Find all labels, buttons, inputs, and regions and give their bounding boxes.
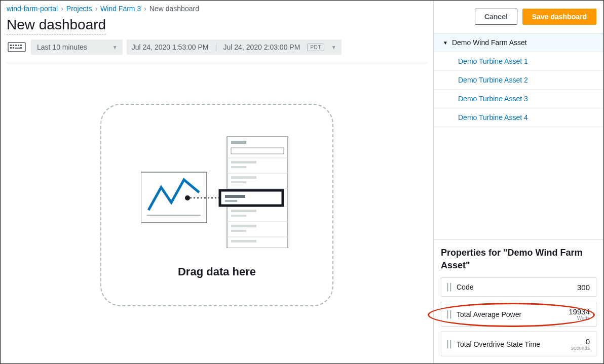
property-row[interactable]: ┃┃ Code 300 — [441, 277, 596, 297]
breadcrumb: wind-farm-portal › Projects › Wind Farm … — [7, 3, 427, 17]
time-start: Jul 24, 2020 1:53:00 PM — [132, 43, 209, 51]
svg-rect-3 — [15, 45, 17, 46]
svg-rect-21 — [231, 176, 256, 179]
svg-rect-4 — [18, 45, 19, 46]
property-name: Code — [457, 283, 572, 291]
svg-rect-1 — [10, 45, 12, 46]
asset-tree-child[interactable]: Demo Turbine Asset 1 — [434, 52, 603, 71]
property-value: 300 — [577, 283, 590, 292]
svg-rect-23 — [231, 210, 256, 212]
drag-handle-icon[interactable]: ┃┃ — [445, 343, 451, 346]
breadcrumb-link-portal[interactable]: wind-farm-portal — [7, 5, 58, 13]
asset-tree-child[interactable]: Demo Turbine Asset 2 — [434, 71, 603, 90]
breadcrumb-link-windfarm[interactable]: Wind Farm 3 — [100, 5, 141, 13]
keyboard-icon[interactable] — [7, 41, 27, 53]
svg-rect-12 — [231, 148, 284, 154]
svg-rect-20 — [231, 166, 246, 168]
svg-rect-25 — [231, 225, 256, 227]
svg-rect-24 — [231, 215, 246, 217]
svg-rect-8 — [20, 47, 22, 49]
svg-rect-27 — [231, 240, 256, 242]
divider — [216, 43, 216, 52]
svg-rect-5 — [20, 45, 22, 46]
breadcrumb-current: New dashboard — [149, 5, 199, 13]
caret-down-icon: ▼ — [331, 45, 336, 50]
property-row[interactable]: ┃┃ Total Overdrive State Time 0 seconds — [441, 332, 596, 356]
svg-point-33 — [185, 195, 190, 200]
svg-rect-9 — [15, 48, 20, 49]
save-dashboard-button[interactable]: Save dashboard — [522, 9, 596, 25]
asset-tree-child[interactable]: Demo Turbine Asset 4 — [434, 108, 603, 127]
property-name: Total Average Power — [457, 310, 563, 318]
property-unit: Watts — [569, 315, 590, 321]
svg-rect-19 — [231, 161, 256, 164]
svg-rect-11 — [231, 141, 246, 144]
properties-list: ┃┃ Code 300 ┃┃ Total Average Power 19934… — [434, 277, 603, 363]
dropzone-text: Drag data here — [178, 265, 256, 278]
time-range-label: Last 10 minutes — [37, 43, 87, 51]
asset-parent-label: Demo Wind Farm Asset — [452, 38, 527, 47]
property-name: Total Overdrive State Time — [457, 340, 566, 348]
property-value: 19934 — [569, 307, 590, 316]
property-row[interactable]: ┃┃ Total Average Power 19934 Watts — [441, 302, 596, 327]
time-range-selector[interactable]: Last 10 minutes ▼ — [31, 39, 123, 55]
property-unit: seconds — [571, 345, 590, 351]
page-title[interactable]: New dashboard — [7, 17, 106, 34]
time-range-dates[interactable]: Jul 24, 2020 1:53:00 PM Jul 24, 2020 2:0… — [127, 39, 342, 55]
svg-rect-22 — [231, 181, 246, 183]
chevron-right-icon: › — [144, 5, 146, 13]
chevron-right-icon: › — [95, 5, 97, 13]
properties-heading: Properties for "Demo Wind Farm Asset" — [434, 239, 603, 277]
time-end: Jul 24, 2020 2:03:00 PM — [223, 43, 300, 51]
triangle-down-icon: ▼ — [443, 40, 448, 46]
dashboard-dropzone[interactable]: Drag data here — [100, 104, 333, 306]
svg-rect-26 — [231, 230, 246, 232]
asset-tree-parent[interactable]: ▼ Demo Wind Farm Asset — [434, 33, 603, 52]
svg-rect-2 — [13, 45, 14, 46]
property-value: 0 — [586, 337, 590, 346]
svg-rect-30 — [225, 200, 237, 202]
asset-tree: ▼ Demo Wind Farm Asset Demo Turbine Asse… — [434, 33, 603, 127]
svg-rect-7 — [13, 47, 14, 49]
asset-tree-child[interactable]: Demo Turbine Asset 3 — [434, 90, 603, 108]
drag-handle-icon[interactable]: ┃┃ — [445, 313, 451, 316]
svg-rect-6 — [10, 47, 12, 49]
drag-handle-icon[interactable]: ┃┃ — [445, 286, 451, 289]
breadcrumb-link-projects[interactable]: Projects — [66, 5, 92, 13]
timezone-badge: PDT — [307, 44, 324, 51]
time-range-bar: Last 10 minutes ▼ Jul 24, 2020 1:53:00 P… — [7, 39, 427, 55]
chevron-right-icon: › — [61, 5, 63, 13]
svg-rect-29 — [225, 195, 245, 198]
drag-illustration-icon — [141, 132, 293, 248]
cancel-button[interactable]: Cancel — [475, 9, 517, 25]
action-bar: Cancel Save dashboard — [434, 1, 603, 33]
caret-down-icon: ▼ — [112, 45, 118, 50]
